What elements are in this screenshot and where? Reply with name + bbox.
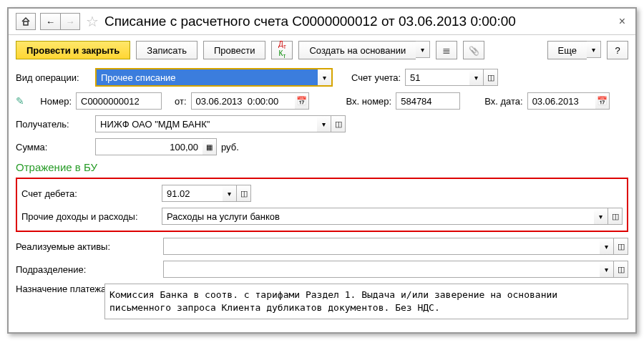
debit-account-label: Счет дебета: xyxy=(21,188,157,199)
create-based-button[interactable]: Создать на основании xyxy=(298,41,416,59)
payee-dropdown-icon[interactable]: ▾ xyxy=(317,115,331,132)
account-input[interactable] xyxy=(405,69,469,86)
section-title: Отражение в БУ xyxy=(16,161,628,173)
list-icon xyxy=(442,44,451,56)
assets-label: Реализуемые активы: xyxy=(16,241,159,252)
date-input[interactable] xyxy=(191,92,295,110)
back-button[interactable]: ← xyxy=(40,13,60,30)
account-open-icon[interactable] xyxy=(484,69,498,86)
purpose-textarea[interactable] xyxy=(104,284,628,319)
nav-group: ← → xyxy=(40,13,80,30)
division-input[interactable] xyxy=(163,261,600,278)
account-dropdown-icon[interactable]: ▾ xyxy=(469,69,484,86)
list-button[interactable] xyxy=(436,41,457,59)
from-label: от: xyxy=(175,96,187,107)
sum-input[interactable] xyxy=(95,138,203,155)
op-type-input[interactable] xyxy=(96,69,318,86)
forward-button[interactable]: → xyxy=(60,13,80,30)
chevron-down-icon[interactable]: ▾ xyxy=(587,41,601,58)
other-income-dropdown-icon[interactable]: ▾ xyxy=(594,208,608,225)
close-icon[interactable]: × xyxy=(616,15,628,28)
other-income-label: Прочие доходы и расходы: xyxy=(21,211,157,222)
attach-button[interactable] xyxy=(463,41,484,59)
debit-dropdown-icon[interactable]: ▾ xyxy=(223,185,237,202)
number-input[interactable] xyxy=(76,92,162,110)
document-window: ← → ☆ Списание с расчетного счета C00000… xyxy=(7,7,637,334)
debit-open-icon[interactable] xyxy=(237,185,251,202)
division-dropdown-icon[interactable]: ▾ xyxy=(600,261,614,278)
op-type-label: Вид операции: xyxy=(16,72,91,83)
payee-open-icon[interactable] xyxy=(331,115,346,132)
more-dropdown[interactable]: Еще ▾ xyxy=(547,41,601,59)
other-income-input[interactable] xyxy=(162,208,594,225)
payee-label: Получатель: xyxy=(16,119,91,130)
dtkt-icon: ДтКт xyxy=(278,41,286,59)
favorite-star-icon[interactable]: ☆ xyxy=(86,13,99,30)
in-date-label: Вх. дата: xyxy=(484,96,522,107)
sum-label: Сумма: xyxy=(16,142,91,153)
titlebar: ← → ☆ Списание с расчетного счета C00000… xyxy=(9,9,635,35)
assets-open-icon[interactable] xyxy=(614,238,628,255)
currency-label: руб. xyxy=(221,142,239,153)
home-button[interactable] xyxy=(16,13,36,30)
account-label: Счет учета: xyxy=(351,72,401,83)
purpose-label: Назначение платежа: xyxy=(16,284,100,294)
edit-icon[interactable]: ✎ xyxy=(16,95,24,107)
save-button[interactable]: Записать xyxy=(136,41,197,59)
toolbar: Провести и закрыть Записать Провести ДтК… xyxy=(9,35,635,65)
debit-account-input[interactable] xyxy=(162,185,223,202)
in-number-input[interactable] xyxy=(396,92,460,110)
assets-input[interactable] xyxy=(163,238,600,255)
post-and-close-button[interactable]: Провести и закрыть xyxy=(16,41,130,59)
calendar-icon[interactable]: 📅 xyxy=(295,92,309,110)
number-label: Номер: xyxy=(31,96,72,107)
more-button[interactable]: Еще xyxy=(547,41,587,59)
payee-input[interactable] xyxy=(95,115,317,132)
op-type-dropdown-icon[interactable]: ▾ xyxy=(318,69,332,86)
in-number-label: Вх. номер: xyxy=(346,96,392,107)
svg-rect-0 xyxy=(24,21,28,25)
window-title: Списание с расчетного счета C0000000012 … xyxy=(104,14,616,29)
dtkt-button[interactable]: ДтКт xyxy=(271,41,293,59)
clip-icon xyxy=(469,45,479,56)
in-date-input[interactable] xyxy=(527,92,595,110)
form-body: Вид операции: ▾ Счет учета: ▾ ✎ Номер: о… xyxy=(9,65,635,332)
help-button[interactable]: ? xyxy=(607,41,628,59)
division-label: Подразделение: xyxy=(16,264,159,275)
other-income-open-icon[interactable] xyxy=(608,208,623,225)
create-based-dropdown[interactable]: Создать на основании ▾ xyxy=(298,41,430,59)
post-button[interactable]: Провести xyxy=(203,41,266,59)
calculator-icon[interactable]: ▦ xyxy=(203,138,217,155)
assets-dropdown-icon[interactable]: ▾ xyxy=(600,238,614,255)
highlighted-section: Счет дебета: ▾ Прочие доходы и расходы: … xyxy=(16,178,628,232)
chevron-down-icon[interactable]: ▾ xyxy=(416,41,430,58)
calendar-icon[interactable]: 📅 xyxy=(595,92,610,110)
division-open-icon[interactable] xyxy=(614,261,628,278)
